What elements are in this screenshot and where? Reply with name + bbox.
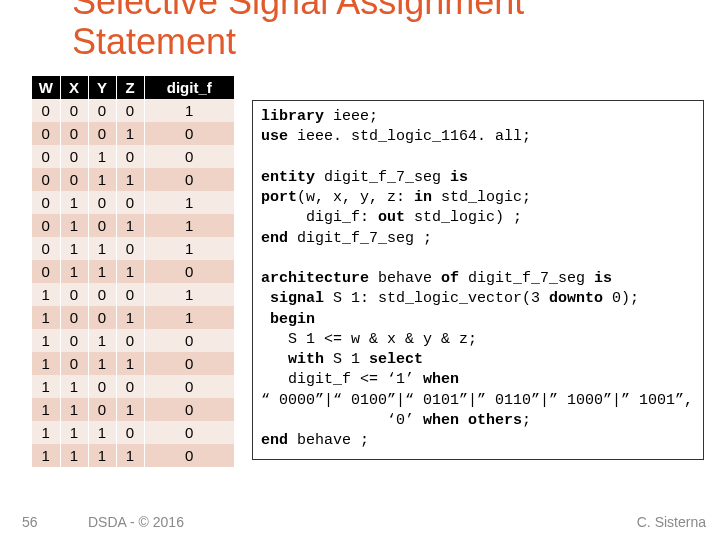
table-cell: 1 <box>88 444 116 467</box>
table-cell: 0 <box>60 352 88 375</box>
title-line-2: Statement <box>72 21 236 62</box>
kw-signal: signal <box>261 290 324 307</box>
table-cell: 1 <box>60 421 88 444</box>
table-cell: 1 <box>88 145 116 168</box>
table-cell: 0 <box>88 375 116 398</box>
table-cell: 0 <box>144 122 234 145</box>
table-cell: 1 <box>116 306 144 329</box>
table-cell: 1 <box>88 329 116 352</box>
table-cell: 1 <box>32 283 60 306</box>
table-cell: 0 <box>116 375 144 398</box>
kw-port: port <box>261 189 297 206</box>
table-cell: 0 <box>144 260 234 283</box>
truth-table: WXYZdigit_f 0000100010001000011001001010… <box>32 76 234 467</box>
table-cell: 0 <box>88 283 116 306</box>
table-cell: 0 <box>32 99 60 122</box>
table-cell: 1 <box>116 260 144 283</box>
table-row: 11000 <box>32 375 234 398</box>
title-line-1: Selective Signal Assignment <box>72 0 524 22</box>
table-header-w: W <box>32 76 60 99</box>
table-header-y: Y <box>88 76 116 99</box>
table-row: 11110 <box>32 444 234 467</box>
footer-left: DSDA - © 2016 <box>88 514 184 530</box>
table-cell: 0 <box>60 122 88 145</box>
table-cell: 0 <box>32 214 60 237</box>
table-row: 10110 <box>32 352 234 375</box>
kw-use: use <box>261 128 288 145</box>
kw-library: library <box>261 108 324 125</box>
table-cell: 1 <box>116 352 144 375</box>
table-cell: 0 <box>116 329 144 352</box>
table-cell: 0 <box>116 421 144 444</box>
table-row: 11010 <box>32 398 234 421</box>
table-row: 00110 <box>32 168 234 191</box>
table-cell: 0 <box>60 99 88 122</box>
table-cell: 0 <box>144 375 234 398</box>
table-cell: 0 <box>88 306 116 329</box>
table-cell: 0 <box>88 99 116 122</box>
table-cell: 1 <box>32 329 60 352</box>
table-row: 11100 <box>32 421 234 444</box>
table-cell: 1 <box>32 306 60 329</box>
table-cell: 1 <box>88 168 116 191</box>
table-cell: 0 <box>60 283 88 306</box>
table-cell: 0 <box>32 168 60 191</box>
table-row: 00001 <box>32 99 234 122</box>
table-cell: 1 <box>116 398 144 421</box>
table-cell: 1 <box>116 168 144 191</box>
table-cell: 1 <box>60 237 88 260</box>
table-cell: 0 <box>32 122 60 145</box>
table-cell: 0 <box>116 191 144 214</box>
table-cell: 0 <box>144 329 234 352</box>
table-cell: 0 <box>32 191 60 214</box>
table-cell: 1 <box>32 444 60 467</box>
table-cell: 0 <box>60 329 88 352</box>
table-row: 10100 <box>32 329 234 352</box>
table-cell: 0 <box>116 237 144 260</box>
table-cell: 0 <box>144 398 234 421</box>
table-row: 01110 <box>32 260 234 283</box>
table-cell: 0 <box>116 99 144 122</box>
table-cell: 1 <box>60 191 88 214</box>
table-cell: 1 <box>88 421 116 444</box>
table-cell: 1 <box>60 398 88 421</box>
table-cell: 0 <box>144 352 234 375</box>
table-cell: 0 <box>144 168 234 191</box>
table-cell: 0 <box>88 398 116 421</box>
table-cell: 0 <box>144 145 234 168</box>
table-cell: 1 <box>60 444 88 467</box>
table-cell: 1 <box>88 352 116 375</box>
table-cell: 0 <box>116 145 144 168</box>
vhdl-code-block: library ieee; use ieee. std_logic_1164. … <box>252 100 704 460</box>
table-cell: 1 <box>32 421 60 444</box>
table-header-x: X <box>60 76 88 99</box>
kw-end: end <box>261 230 288 247</box>
table-cell: 0 <box>60 306 88 329</box>
table-cell: 1 <box>116 444 144 467</box>
table-cell: 1 <box>144 237 234 260</box>
table-cell: 1 <box>116 214 144 237</box>
table-row: 10011 <box>32 306 234 329</box>
kw-with: with <box>261 351 324 368</box>
table-cell: 0 <box>32 237 60 260</box>
table-row: 01001 <box>32 191 234 214</box>
table-header-z: Z <box>116 76 144 99</box>
table-cell: 1 <box>32 352 60 375</box>
page-number: 56 <box>22 514 38 530</box>
table-cell: 0 <box>144 444 234 467</box>
kw-entity: entity <box>261 169 315 186</box>
kw-architecture: architecture <box>261 270 369 287</box>
table-row: 01101 <box>32 237 234 260</box>
kw-begin: begin <box>261 311 315 328</box>
table-cell: 1 <box>32 398 60 421</box>
slide-title: Selective Signal Assignment Statement <box>72 0 524 61</box>
table-cell: 0 <box>32 260 60 283</box>
table-cell: 0 <box>88 122 116 145</box>
table-cell: 1 <box>116 122 144 145</box>
table-cell: 0 <box>32 145 60 168</box>
table-cell: 1 <box>32 375 60 398</box>
table-row: 00010 <box>32 122 234 145</box>
table-cell: 0 <box>60 168 88 191</box>
table-cell: 1 <box>144 191 234 214</box>
table-cell: 0 <box>88 191 116 214</box>
